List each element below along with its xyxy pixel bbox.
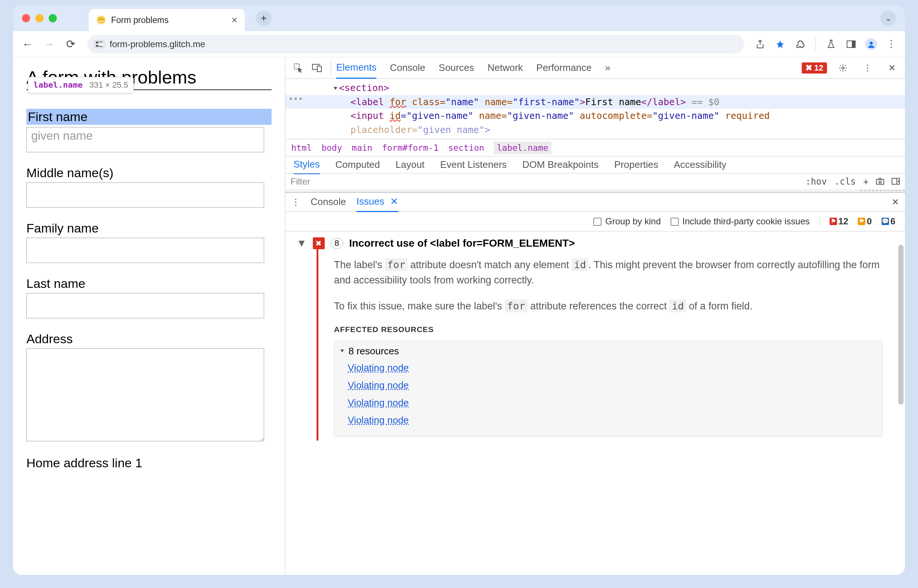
bookmark-star-icon[interactable] xyxy=(772,36,789,53)
issues-info-badge[interactable]: 💬6 xyxy=(882,216,895,226)
dom-row-input[interactable]: <input id="given-name" name="given-name"… xyxy=(285,109,905,123)
resources-summary[interactable]: 8 resources xyxy=(340,346,876,357)
address-label[interactable]: Address xyxy=(26,332,272,346)
chevron-down-icon[interactable]: ▼ xyxy=(296,237,307,249)
third-party-checkbox[interactable]: Include third-party cookie issues xyxy=(671,216,810,226)
dom-row-section[interactable]: <section> xyxy=(285,81,905,95)
drawer-tab-close-icon[interactable]: ✕ xyxy=(390,196,398,207)
styles-subpanel-tabs: Styles Computed Layout Event Listeners D… xyxy=(285,156,905,173)
expand-arrow-icon[interactable] xyxy=(334,87,337,90)
drawer-tab-console[interactable]: Console xyxy=(310,192,346,212)
devtools-drawer: ⋮ Console Issues ✕ ✕ Group by kind Inclu… xyxy=(285,192,905,575)
subtab-accessibility[interactable]: Accessibility xyxy=(674,156,727,173)
dom-row-label[interactable]: <label for class="name" name="first-name… xyxy=(285,95,905,109)
bc-html[interactable]: html xyxy=(291,143,312,153)
tab-close-button[interactable]: × xyxy=(231,14,238,26)
cls-button[interactable]: .cls xyxy=(834,176,856,187)
tab-more[interactable]: » xyxy=(605,58,610,78)
share-icon[interactable] xyxy=(752,36,769,53)
browser-tab[interactable]: 😬 Form problems × xyxy=(89,9,245,31)
violating-node-link[interactable]: Violating node xyxy=(348,397,409,408)
first-name-input[interactable]: given name xyxy=(26,127,264,152)
tab-network[interactable]: Network xyxy=(487,58,523,78)
issue-flag-icon: ✖ xyxy=(313,237,325,249)
tab-overflow-button[interactable]: ⌄ xyxy=(881,10,896,26)
svg-rect-3 xyxy=(99,46,103,47)
dom-gutter-dots[interactable]: ••• xyxy=(285,93,306,105)
bc-form[interactable]: form#form-1 xyxy=(382,143,438,153)
last-name-input[interactable] xyxy=(26,293,264,318)
tok: "given-name" xyxy=(507,110,574,121)
omnibox[interactable]: form-problems.glitch.me xyxy=(87,35,744,53)
style-panel-icon[interactable] xyxy=(892,176,900,187)
scrollbar-thumb[interactable] xyxy=(898,245,903,404)
tab-sources[interactable]: Sources xyxy=(439,58,474,78)
bc-main[interactable]: main xyxy=(352,143,372,153)
side-panel-icon[interactable] xyxy=(843,36,860,53)
forward-button[interactable]: → xyxy=(40,35,58,53)
tab-console[interactable]: Console xyxy=(390,58,425,78)
site-settings-icon[interactable] xyxy=(94,40,104,48)
violating-node-link[interactable]: Violating node xyxy=(348,380,409,391)
tab-performance[interactable]: Performance xyxy=(537,58,592,78)
tab-elements[interactable]: Elements xyxy=(336,57,377,79)
subtab-event-listeners[interactable]: Event Listeners xyxy=(440,156,507,173)
drawer-close-icon[interactable]: ✕ xyxy=(892,197,899,207)
chrome-menu-icon[interactable]: ⋮ xyxy=(883,36,900,53)
violating-node-link[interactable]: Violating node xyxy=(348,362,409,373)
settings-gear-icon[interactable] xyxy=(834,60,852,76)
inspect-element-icon[interactable] xyxy=(290,60,307,76)
back-button[interactable]: ← xyxy=(18,35,37,53)
tooltip-selector: label.name xyxy=(34,80,82,90)
family-name-input[interactable] xyxy=(26,238,264,263)
drawer-menu-icon[interactable]: ⋮ xyxy=(291,197,300,207)
toolbar-divider xyxy=(815,37,816,51)
extensions-icon[interactable] xyxy=(792,36,809,53)
dom-row-input-cont[interactable]: placeholder="given name"> xyxy=(285,123,905,137)
home-address-label[interactable]: Home address line 1 xyxy=(26,456,272,470)
dom-breadcrumb: html body main form#form-1 section label… xyxy=(285,139,905,156)
new-tab-button[interactable]: + xyxy=(256,10,272,26)
bc-label[interactable]: label.name xyxy=(494,142,551,154)
group-by-kind-checkbox[interactable]: Group by kind xyxy=(593,216,661,226)
maximize-window-button[interactable] xyxy=(48,14,57,22)
new-style-button[interactable]: + xyxy=(863,176,869,187)
issues-error-badge[interactable]: ⚑12 xyxy=(829,216,849,226)
devtools-menu-icon[interactable]: ⋮ xyxy=(859,60,876,76)
family-name-label[interactable]: Family name xyxy=(26,221,272,236)
issue-header[interactable]: ▼ ✖ 8 Incorrect use of <label for=FORM_E… xyxy=(296,237,894,249)
error-count-badge[interactable]: ✖ 12 xyxy=(802,62,827,74)
minimize-window-button[interactable] xyxy=(35,14,44,22)
bc-body[interactable]: body xyxy=(322,143,342,153)
last-name-label[interactable]: Last name xyxy=(26,276,272,291)
devtools-close-icon[interactable]: ✕ xyxy=(884,60,900,76)
middle-name-label[interactable]: Middle name(s) xyxy=(26,166,272,180)
middle-name-input[interactable] xyxy=(26,183,264,208)
hov-button[interactable]: :hov xyxy=(805,176,827,187)
violating-node-link[interactable]: Violating node xyxy=(348,415,409,426)
svg-rect-2 xyxy=(96,45,99,47)
subtab-styles[interactable]: Styles xyxy=(294,156,320,174)
device-toggle-icon[interactable] xyxy=(308,60,325,76)
address-textarea[interactable] xyxy=(26,349,264,441)
style-capture-icon[interactable] xyxy=(876,176,884,187)
first-name-label[interactable]: First name xyxy=(26,109,272,125)
subtab-dom-breakpoints[interactable]: DOM Breakpoints xyxy=(522,156,598,173)
subtab-computed[interactable]: Computed xyxy=(336,156,380,173)
subtab-layout[interactable]: Layout xyxy=(396,156,425,173)
chat-icon: 💬 xyxy=(882,218,889,225)
issues-warn-badge[interactable]: ⚑0 xyxy=(858,216,871,226)
close-window-button[interactable] xyxy=(22,14,30,22)
bc-section[interactable]: section xyxy=(448,143,485,153)
filter-input[interactable]: Filter xyxy=(291,176,310,187)
labs-icon[interactable] xyxy=(823,36,840,53)
tok: <label xyxy=(350,97,390,107)
traffic-lights xyxy=(22,14,57,22)
tab-title: Form problems xyxy=(111,15,169,25)
reload-button[interactable]: ⟳ xyxy=(61,35,80,53)
drawer-tab-issues[interactable]: Issues ✕ xyxy=(356,192,398,212)
dom-tree[interactable]: ••• <section> <label for class="name" na… xyxy=(285,79,905,139)
tok: </label> xyxy=(641,97,686,107)
profile-avatar[interactable] xyxy=(863,36,880,53)
subtab-properties[interactable]: Properties xyxy=(614,156,658,173)
